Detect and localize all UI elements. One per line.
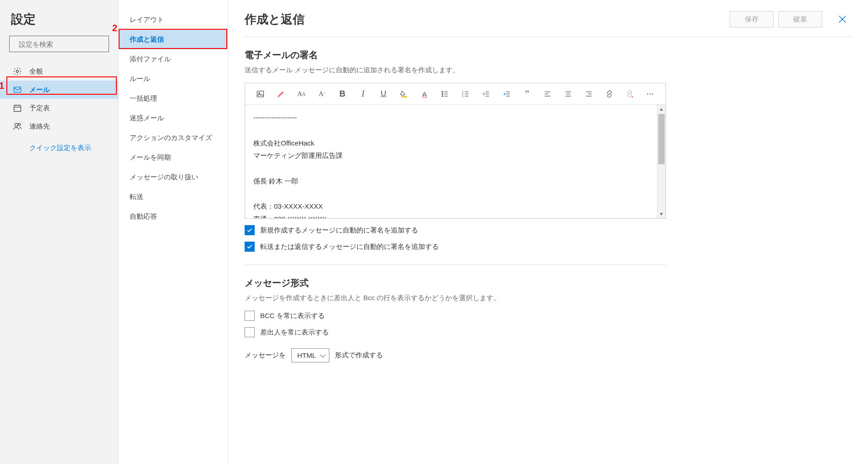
people-icon: [13, 122, 22, 131]
subnav-customize[interactable]: アクションのカスタマイズ: [119, 128, 228, 148]
settings-sidebar: 設定 全般 メール 予定表: [0, 0, 119, 464]
compose-format-dropdown[interactable]: HTML: [291, 348, 329, 362]
checkbox-sign-new[interactable]: [245, 225, 255, 235]
subnav-rules[interactable]: ルール: [119, 69, 228, 89]
settings-search-input[interactable]: [18, 40, 107, 49]
font-size-icon[interactable]: A°: [317, 89, 326, 99]
checkbox-show-bcc[interactable]: [245, 311, 255, 321]
category-label: メール: [29, 86, 50, 94]
font-family-icon[interactable]: AA: [297, 89, 306, 99]
calendar-icon: [13, 103, 22, 113]
subnav-handling[interactable]: メッセージの取り扱い: [119, 167, 228, 187]
editor-scrollbar[interactable]: ▲ ▼: [657, 105, 666, 218]
align-right-icon[interactable]: [584, 89, 593, 99]
category-label: 連絡先: [29, 122, 50, 131]
compose-format-value: HTML: [297, 351, 316, 359]
signature-editor: AA A° B I U A 123 ” ------------: [245, 83, 666, 219]
signature-section-title: 電子メールの署名: [245, 49, 852, 61]
subnav-sweep[interactable]: 一括処理: [119, 89, 228, 108]
quick-settings-link[interactable]: クイック設定を表示: [0, 135, 118, 152]
checkbox-show-from[interactable]: [245, 327, 255, 337]
bullet-list-icon[interactable]: [441, 89, 449, 99]
signature-textarea[interactable]: ------------------- 株式会社OfficeHack マーケティ…: [245, 105, 657, 218]
settings-search[interactable]: [9, 36, 109, 52]
font-color-icon[interactable]: A: [420, 89, 429, 99]
highlight-color-icon[interactable]: [400, 89, 409, 99]
page-title: 作成と返信: [245, 11, 725, 27]
mail-icon: [13, 85, 22, 94]
checkbox-sign-reply[interactable]: [245, 242, 255, 252]
main-content: 作成と返信 保存 破棄 電子メールの署名 送信するメール メッセージに自動的に追…: [228, 0, 868, 464]
svg-line-42: [632, 96, 633, 97]
link-icon[interactable]: [605, 89, 614, 99]
align-left-icon[interactable]: [543, 89, 552, 99]
checkbox-sign-new-label: 新規作成するメッセージに自動的に署名を追加する: [260, 226, 418, 235]
svg-point-8: [15, 123, 18, 126]
category-label: 予定表: [29, 104, 50, 113]
gear-icon: [13, 67, 22, 76]
svg-rect-4: [14, 105, 21, 111]
unlink-icon[interactable]: [625, 89, 634, 99]
category-label: 全般: [29, 67, 43, 76]
outdent-icon[interactable]: [482, 89, 491, 99]
subnav-forwarding[interactable]: 転送: [119, 187, 228, 207]
category-people[interactable]: 連絡先: [0, 117, 118, 135]
mail-subnav: レイアウト 作成と返信 添付ファイル ルール 一括処理 迷惑メール アクションの…: [119, 0, 228, 464]
category-mail[interactable]: メール: [0, 81, 118, 99]
underline-icon[interactable]: U: [379, 89, 388, 99]
format-section-title: メッセージ形式: [245, 277, 852, 289]
category-calendar[interactable]: 予定表: [0, 99, 118, 117]
number-list-icon[interactable]: 123: [461, 89, 470, 99]
svg-point-15: [442, 91, 443, 92]
close-icon: [837, 14, 847, 24]
bold-icon[interactable]: B: [338, 89, 347, 99]
svg-point-2: [16, 70, 19, 73]
checkbox-sign-reply-label: 転送または返信するメッセージに自動的に署名を追加する: [260, 243, 439, 251]
settings-title: 設定: [0, 6, 118, 36]
svg-point-9: [18, 123, 21, 125]
quote-icon[interactable]: ”: [523, 89, 531, 99]
highlight-icon[interactable]: [277, 89, 285, 99]
check-icon: [246, 227, 253, 233]
close-button[interactable]: [833, 10, 852, 28]
insert-image-icon[interactable]: [256, 89, 265, 99]
svg-point-45: [652, 93, 653, 94]
svg-text:3: 3: [462, 94, 464, 97]
compose-format-prefix: メッセージを: [245, 351, 286, 360]
checkbox-show-bcc-label: BCC を常に表示する: [260, 312, 325, 320]
subnav-layout[interactable]: レイアウト: [119, 10, 228, 30]
compose-format-suffix: 形式で作成する: [335, 351, 383, 360]
svg-point-16: [442, 93, 443, 94]
save-button[interactable]: 保存: [730, 11, 774, 27]
scroll-down-icon[interactable]: ▼: [657, 210, 666, 218]
subnav-autoreply[interactable]: 自動応答: [119, 207, 228, 227]
scroll-up-icon[interactable]: ▲: [657, 105, 666, 113]
main-header: 作成と返信 保存 破棄: [245, 10, 852, 37]
format-section-desc: メッセージを作成するときに差出人と Bcc の行を表示するかどうかを選択します。: [245, 294, 852, 302]
discard-button[interactable]: 破棄: [778, 11, 822, 27]
svg-point-44: [650, 93, 650, 94]
svg-point-43: [647, 93, 648, 94]
checkbox-show-from-label: 差出人を常に表示する: [260, 328, 329, 337]
indent-icon[interactable]: [502, 89, 511, 99]
check-icon: [246, 243, 253, 250]
more-icon[interactable]: [646, 89, 655, 99]
subnav-attachments[interactable]: 添付ファイル: [119, 49, 228, 69]
subnav-junk[interactable]: 迷惑メール: [119, 108, 228, 128]
scroll-thumb[interactable]: [658, 114, 665, 164]
align-center-icon[interactable]: [564, 89, 573, 99]
section-divider: [245, 264, 666, 265]
subnav-sync[interactable]: メールを同期: [119, 148, 228, 167]
svg-rect-3: [14, 87, 21, 92]
editor-toolbar: AA A° B I U A 123 ”: [245, 83, 666, 105]
svg-point-17: [442, 96, 443, 97]
svg-rect-12: [257, 91, 263, 97]
signature-section-desc: 送信するメール メッセージに自動的に追加される署名を作成します。: [245, 66, 852, 75]
subnav-compose[interactable]: 作成と返信: [119, 30, 228, 49]
category-general[interactable]: 全般: [0, 62, 118, 81]
italic-icon[interactable]: I: [359, 89, 367, 99]
